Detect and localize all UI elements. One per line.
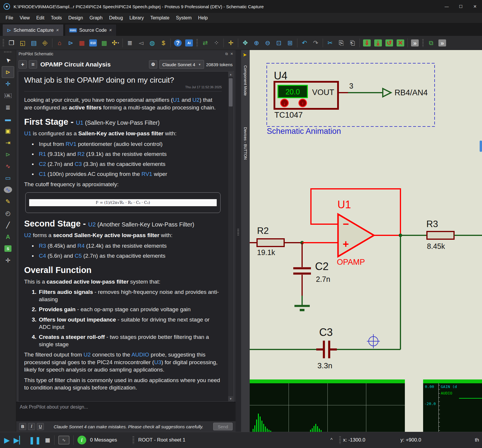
script-caption[interactable]: Schematic Animation [267, 127, 341, 136]
zoom-out-icon[interactable]: ⊖ [262, 38, 273, 48]
menu-view[interactable]: View [16, 14, 33, 22]
close-button[interactable]: ✕ [468, 0, 482, 13]
stop-button[interactable]: ■ [45, 435, 50, 445]
play-step-button[interactable]: ▶▏ [14, 436, 25, 444]
ai-assistant-icon[interactable]: Ai [184, 38, 194, 48]
component-link[interactable]: C4 [39, 253, 46, 259]
undo-icon[interactable]: ↶ [299, 38, 310, 48]
web-search-icon[interactable]: ◍ [147, 38, 158, 48]
pause-button[interactable]: ❚❚ [29, 436, 41, 444]
toolbar-grip[interactable] [422, 39, 424, 47]
buses-mode-icon[interactable]: ▬ [2, 113, 14, 125]
block-rotate-icon[interactable]: ↺ [384, 38, 395, 48]
refresh-netlist-icon[interactable]: ⇄ [200, 38, 211, 48]
menu-library[interactable]: Library [126, 14, 147, 22]
block-move-icon[interactable]: ⤓ [373, 38, 383, 48]
component-link[interactable]: R1 [39, 151, 46, 157]
menu-design[interactable]: Design [65, 14, 86, 22]
new-project-icon[interactable]: ❐ [6, 38, 17, 48]
toolbar-grip[interactable] [196, 39, 198, 47]
component-u4-tc1047[interactable]: 20.0 ↓ ↑ VOUT [274, 82, 338, 109]
junction-dot-mode-icon[interactable]: ✛ [2, 78, 14, 90]
tab-devices-button[interactable]: Devices - BUTTON [243, 127, 248, 160]
chat-transcript[interactable]: What job is the OPAMP doing on my circui… [18, 71, 234, 402]
close-panel-icon[interactable]: ✕ [230, 52, 233, 56]
model-select[interactable]: Claude Sonnet 4 ▼ [159, 60, 204, 69]
component-r2[interactable]: R2 19.1k [250, 226, 302, 257]
voltage-probe-mode-icon[interactable]: ✎ [2, 196, 14, 207]
component-link[interactable]: RV1 [66, 141, 77, 147]
play-button[interactable]: ▶ [4, 436, 10, 444]
selection-mode-icon[interactable]: ➤ [2, 54, 14, 66]
toolbar-grip[interactable] [4, 51, 12, 53]
text-script-mode-icon[interactable]: ≣ [2, 101, 14, 113]
component-link[interactable]: R2 [77, 151, 85, 157]
component-link[interactable]: U1 [173, 97, 180, 103]
2d-marker-mode-icon[interactable]: ✛ [2, 254, 14, 266]
schematic-canvas[interactable]: U4 20.0 ↓ ↑ VOUT 3 RB4/AN4 TC1047 Schema… [250, 50, 482, 432]
italic-button[interactable]: I [28, 423, 35, 430]
pcb-layout-mode-icon[interactable]: ▦ [77, 38, 87, 48]
redo-icon[interactable]: ↷ [310, 38, 321, 48]
more-tools-2-icon[interactable]: » [437, 38, 448, 48]
pan-icon[interactable]: ✥ [240, 38, 251, 48]
source-code-mode-icon[interactable]: 010 [88, 38, 98, 48]
float-panel-icon[interactable]: ⧉ [225, 52, 228, 56]
bill-of-materials-icon[interactable]: $ [158, 38, 169, 48]
frequency-graph-window[interactable] [250, 379, 405, 432]
navigate-back-icon[interactable]: ◅ [136, 38, 146, 48]
chat-menu-button[interactable]: ≡ [29, 60, 37, 69]
component-link[interactable]: AUDIO [131, 352, 149, 358]
graph-title-bar[interactable] [423, 379, 482, 383]
device-pins-mode-icon[interactable]: ⊳ [2, 149, 14, 160]
tab-close-icon[interactable]: ✕ [56, 28, 60, 32]
component-c2[interactable]: C2 2.7n [293, 243, 330, 296]
gain-graph-window[interactable]: 0.00 GAIN (d AUDIO -20.0 [423, 379, 482, 432]
component-link[interactable]: U2 [192, 97, 199, 103]
component-link[interactable]: U2 [84, 352, 91, 358]
component-link[interactable]: R3 [39, 243, 46, 249]
toggle-grid-icon[interactable]: ⁘ [211, 38, 222, 48]
component-link[interactable]: U1 [24, 130, 31, 136]
3d-board-mode-icon[interactable]: ▩ [99, 38, 110, 48]
menu-debug[interactable]: Debug [106, 14, 126, 22]
cut-icon[interactable]: ✂ [325, 38, 335, 48]
help-icon[interactable]: ? [173, 38, 183, 48]
menu-edit[interactable]: Edit [33, 14, 48, 22]
component-link[interactable]: C1 [39, 171, 46, 177]
generator-mode-icon[interactable]: ∿ [2, 184, 14, 196]
open-project-icon[interactable]: ◱ [17, 38, 28, 48]
scroll-down-icon[interactable]: ▼ [228, 396, 233, 401]
gear-icon[interactable]: ⚙ [149, 60, 157, 69]
tab-close-icon[interactable]: ✕ [109, 28, 113, 32]
canvas-scrollbar-thumb[interactable] [480, 141, 482, 152]
origin-icon[interactable]: ✛ [226, 38, 236, 48]
mode-arrow-icon[interactable]: ➤ [243, 52, 247, 58]
toolbar-grip[interactable] [3, 39, 4, 47]
component-c3[interactable]: C3 3.3n [316, 326, 337, 370]
zoom-extents-icon[interactable]: ✣▾ [110, 38, 121, 48]
chat-input[interactable] [16, 402, 236, 421]
component-link[interactable]: RV1 [142, 171, 153, 177]
wire-autorouter-icon[interactable]: ⧉ [426, 38, 436, 48]
chat-scrollbar[interactable]: ▲ ▼ [228, 72, 233, 401]
scrollbar-thumb[interactable] [229, 78, 233, 106]
home-page-icon[interactable]: ⌂ [54, 38, 65, 48]
new-chat-button[interactable]: + [19, 60, 27, 69]
component-link[interactable]: R4 [77, 243, 85, 249]
root-sheet-label[interactable]: ROOT - Root sheet 1 [138, 437, 185, 443]
component-r3[interactable]: R3 8.45k [400, 219, 482, 250]
component-link[interactable]: C2 [39, 161, 46, 167]
terminals-mode-icon[interactable]: ⇥ [2, 137, 14, 149]
subcircuit-mode-icon[interactable]: ▣ [2, 125, 14, 137]
current-probe-mode-icon[interactable]: ◴ [2, 207, 14, 219]
component-link[interactable]: U2 [88, 221, 96, 228]
tab-schematic-capture[interactable]: ⊳ Schematic Capture ✕ [2, 24, 64, 36]
send-button[interactable]: Send [213, 423, 233, 430]
graph-mode-icon[interactable]: ∿ [2, 160, 14, 172]
block-delete-icon[interactable]: ✕ [395, 38, 406, 48]
2d-line-mode-icon[interactable]: ╱ [2, 219, 14, 231]
menu-help[interactable]: Help [195, 14, 211, 22]
paste-icon[interactable]: ⎗ [347, 38, 358, 48]
component-mode-icon[interactable]: ⊳ [2, 66, 14, 78]
